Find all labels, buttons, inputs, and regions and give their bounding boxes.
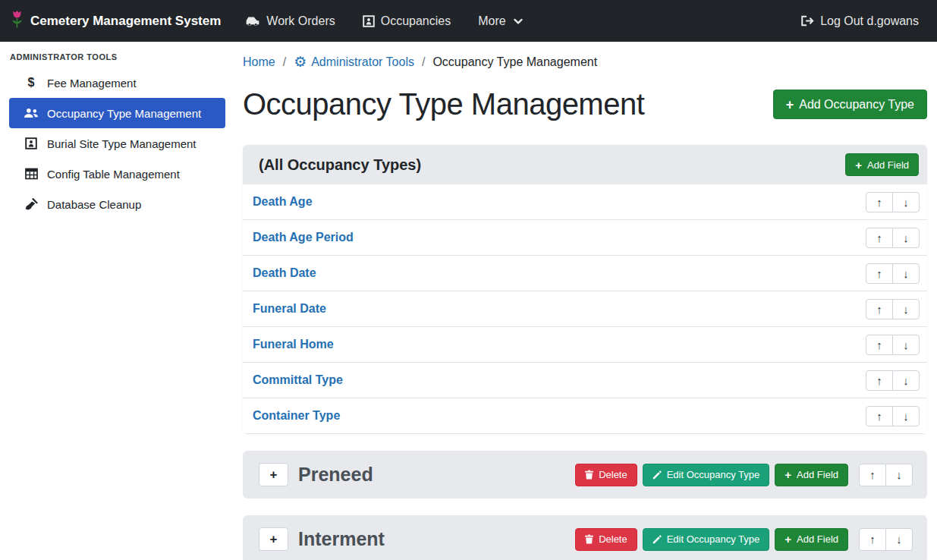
breadcrumb-separator: /: [422, 55, 425, 69]
nav-occupancies[interactable]: Occupancies: [363, 14, 451, 28]
sidebar-item-config-table-management[interactable]: Config Table Management: [9, 159, 225, 189]
expand-button[interactable]: +: [259, 527, 288, 551]
field-row: Funeral Date ↑ ↓: [243, 291, 927, 327]
move-down-button[interactable]: ↓: [885, 528, 913, 551]
nav-work-orders-label: Work Orders: [266, 14, 335, 28]
logout-button[interactable]: Log Out d.gowans: [800, 14, 919, 28]
pencil-icon: [652, 470, 662, 480]
sidebar-item-label: Config Table Management: [47, 168, 180, 181]
field-row: Death Date ↑ ↓: [243, 256, 927, 291]
add-field-button[interactable]: + Add Field: [845, 153, 919, 176]
sidebar-item-occupancy-type-management[interactable]: Occupancy Type Management: [9, 98, 225, 128]
breadcrumb: Home / ⚙ Administrator Tools / Occupancy…: [243, 55, 927, 69]
field-row: Death Age Period ↑ ↓: [243, 220, 927, 256]
arrow-up-icon: ↑: [876, 338, 882, 351]
move-up-button[interactable]: ↑: [866, 370, 893, 391]
field-link-death-age[interactable]: Death Age: [253, 195, 313, 209]
move-up-button[interactable]: ↑: [866, 228, 893, 248]
occupancy-type-section-preneed: + Preneed Delete: [243, 451, 927, 499]
arrow-up-icon: ↑: [876, 231, 882, 244]
plus-icon: +: [786, 98, 794, 112]
field-link-funeral-home[interactable]: Funeral Home: [253, 338, 334, 351]
plus-icon: +: [270, 532, 278, 547]
expand-button[interactable]: +: [259, 463, 288, 486]
table-icon: [24, 168, 39, 180]
field-link-death-age-period[interactable]: Death Age Period: [253, 231, 354, 244]
move-down-button[interactable]: ↓: [892, 299, 920, 319]
nav-occupancies-label: Occupancies: [381, 14, 451, 28]
add-field-button[interactable]: + Add Field: [775, 464, 848, 486]
sidebar-item-label: Burial Site Type Management: [47, 137, 197, 150]
move-up-button[interactable]: ↑: [866, 299, 893, 319]
move-down-button[interactable]: ↓: [892, 370, 920, 391]
arrow-up-icon: ↑: [876, 196, 882, 209]
arrow-up-icon: ↑: [876, 303, 882, 316]
move-up-button[interactable]: ↑: [866, 263, 893, 284]
occupancy-type-section-interment: + Interment Delete: [243, 515, 927, 560]
app-brand[interactable]: Cemetery Management System: [11, 9, 221, 33]
edit-occupancy-type-button[interactable]: Edit Occupancy Type: [643, 528, 770, 551]
breadcrumb-separator: /: [283, 55, 286, 69]
add-occupancy-type-button[interactable]: + Add Occupancy Type: [773, 90, 927, 119]
chevron-down-icon: [514, 18, 523, 25]
reorder-buttons: ↑ ↓: [859, 464, 913, 486]
field-link-committal-type[interactable]: Committal Type: [253, 373, 343, 387]
arrow-down-icon: ↓: [903, 196, 909, 209]
field-row: Funeral Home ↑ ↓: [243, 327, 927, 363]
field-link-funeral-date[interactable]: Funeral Date: [253, 302, 326, 316]
app-title: Cemetery Management System: [30, 14, 221, 29]
move-down-button[interactable]: ↓: [885, 464, 913, 486]
arrow-up-icon: ↑: [869, 468, 876, 481]
move-up-button[interactable]: ↑: [866, 335, 893, 355]
move-down-button[interactable]: ↓: [892, 406, 920, 426]
reorder-buttons: ↑ ↓: [866, 263, 920, 284]
sidebar-item-burial-site-type-management[interactable]: Burial Site Type Management: [9, 128, 225, 159]
move-up-button[interactable]: ↑: [859, 528, 886, 551]
sidebar: Administrator Tools $ Fee Management Occ…: [0, 42, 234, 560]
move-up-button[interactable]: ↑: [859, 464, 886, 486]
sidebar-item-label: Occupancy Type Management: [47, 107, 201, 120]
field-link-death-date[interactable]: Death Date: [253, 266, 316, 280]
delete-button[interactable]: Delete: [575, 464, 637, 486]
reorder-buttons: ↑ ↓: [866, 299, 920, 319]
sidebar-item-fee-management[interactable]: $ Fee Management: [9, 68, 225, 98]
arrow-down-icon: ↓: [903, 410, 909, 423]
delete-button[interactable]: Delete: [575, 528, 637, 551]
nav-work-orders[interactable]: Work Orders: [245, 14, 335, 28]
move-down-button[interactable]: ↓: [892, 335, 920, 355]
reorder-buttons: ↑ ↓: [866, 406, 920, 426]
section-title: Interment: [298, 528, 385, 550]
move-up-button[interactable]: ↑: [866, 192, 893, 212]
arrow-down-icon: ↓: [896, 533, 902, 546]
arrow-down-icon: ↓: [903, 338, 909, 351]
edit-occupancy-type-button[interactable]: Edit Occupancy Type: [643, 464, 770, 486]
breadcrumb-home-link[interactable]: Home: [243, 55, 275, 69]
all-occupancy-types-title: (All Occupancy Types): [259, 156, 421, 174]
move-up-button[interactable]: ↑: [866, 406, 893, 426]
nav-links: Work Orders Occupancies More: [245, 14, 522, 28]
logout-label: Log Out d.gowans: [820, 14, 919, 28]
sidebar-item-database-cleanup[interactable]: Database Cleanup: [9, 189, 225, 219]
move-down-button[interactable]: ↓: [892, 228, 920, 248]
nav-more[interactable]: More: [478, 14, 522, 28]
reorder-buttons: ↑ ↓: [859, 528, 913, 551]
arrow-up-icon: ↑: [869, 533, 876, 546]
logout-icon: [800, 15, 814, 27]
truck-icon: [245, 15, 260, 27]
move-down-button[interactable]: ↓: [892, 192, 920, 212]
field-link-container-type[interactable]: Container Type: [253, 409, 340, 423]
plus-icon: +: [785, 533, 791, 545]
add-field-button[interactable]: + Add Field: [775, 528, 848, 551]
page-title: Occupancy Type Management: [243, 87, 644, 121]
move-down-button[interactable]: ↓: [892, 263, 920, 284]
trash-icon: [585, 534, 593, 544]
plus-icon: +: [855, 159, 862, 171]
field-row: Container Type ↑ ↓: [243, 398, 927, 434]
arrow-down-icon: ↓: [903, 374, 909, 387]
field-row: Death Age ↑ ↓: [243, 184, 927, 220]
breadcrumb-admin-tools-link[interactable]: ⚙ Administrator Tools: [294, 55, 414, 69]
dollar-icon: $: [24, 76, 39, 90]
section-title: Preneed: [298, 464, 373, 486]
all-occupancy-types-header: (All Occupancy Types) + Add Field: [243, 145, 927, 184]
top-navbar: Cemetery Management System Work Orders: [0, 0, 937, 42]
